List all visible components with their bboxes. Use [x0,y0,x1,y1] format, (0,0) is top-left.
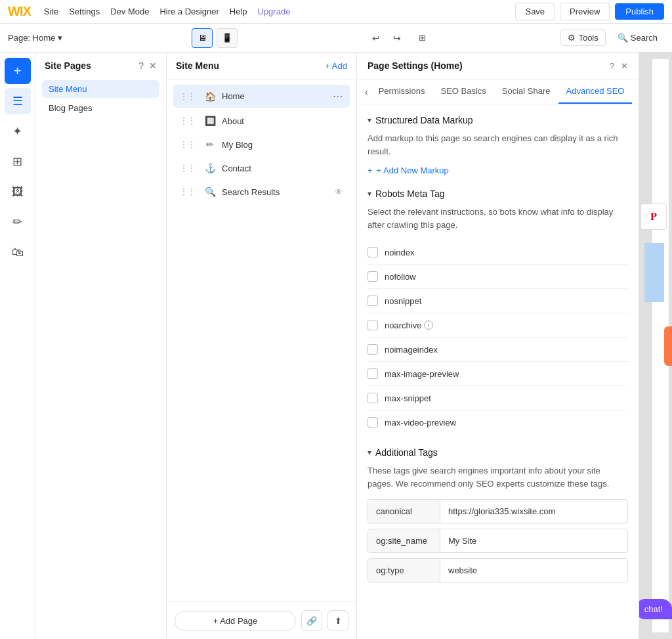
desktop-icon: 🖥 [198,33,207,43]
tab-seo-basics[interactable]: SEO Basics [432,79,494,104]
publish-button[interactable]: Publish [615,3,664,20]
tag-value-og-type[interactable]: website [440,559,627,582]
add-page-link[interactable]: + Add [325,61,347,71]
settings-panel: Page Settings (Home) ? ✕ ‹ Permissions S… [357,53,639,639]
home-icon: 🏠 [203,91,217,102]
noarchive-info-icon[interactable]: i [424,320,433,330]
redo-button[interactable]: ↪ [388,29,406,47]
settings-help-icon[interactable]: ? [610,61,614,71]
nav-upgrade[interactable]: Upgrade [258,7,291,16]
site-menu-title: Site Menu [176,60,219,71]
undo-button[interactable]: ↩ [367,29,385,47]
menu-item-contact[interactable]: ⋮⋮ ⚓ Contact [173,158,350,179]
collapse-icon[interactable]: ▾ [368,116,371,125]
site-menu-footer: + Add Page 🔗 ⬆ [167,602,356,639]
tag-row-og-site-name: og:site_name My Site [368,529,628,553]
menu-item-home[interactable]: ⋮⋮ 🏠 Home ⋯ [173,85,350,108]
max-image-preview-checkbox[interactable] [368,368,378,379]
nav-help[interactable]: Help [230,7,247,16]
menu-item-home-label: Home [222,91,327,101]
settings-content: ▾ Structured Data Markup Add markup to t… [357,104,639,639]
mobile-view-button[interactable]: 📱 [217,28,238,48]
pages-nav-site-menu[interactable]: Site Menu [42,80,159,98]
checkbox-noarchive: noarchive i [368,313,628,338]
robots-meta-desc: Select the relevant instructions, so bot… [368,206,628,231]
max-snippet-checkbox[interactable] [368,393,378,403]
nav-hire[interactable]: Hire a Designer [159,7,219,16]
nofollow-checkbox[interactable] [368,271,378,282]
checkbox-max-snippet: max-snippet [368,386,628,410]
menu-item-search-label: Search Results [222,187,329,197]
pages-icon: ☰ [12,94,23,108]
menu-item-myblog[interactable]: ⋮⋮ ✏ My Blog [173,134,350,155]
search-button[interactable]: 🔍 Search [611,30,664,45]
resize-handle[interactable] [664,326,672,366]
preview-button[interactable]: Preview [560,3,610,20]
blog-icon: ✏ [203,139,217,150]
social-widget[interactable]: 𝐏 [640,204,667,230]
nav-settings[interactable]: Settings [69,7,100,16]
noimageindex-checkbox[interactable] [368,344,378,355]
drag-handle-icon: ⋮⋮ [180,92,196,101]
max-video-preview-checkbox[interactable] [368,417,378,428]
footer-upload-button[interactable]: ⬆ [327,610,348,631]
nav-devmode[interactable]: Dev Mode [110,7,149,16]
noarchive-checkbox[interactable] [368,320,378,330]
search-results-icon: 🔍 [203,187,217,197]
pages-help-icon[interactable]: ? [138,60,144,71]
nosnippet-checkbox[interactable] [368,296,378,306]
menu-item-contact-label: Contact [222,164,343,173]
additional-tags-title: Additional Tags [375,447,438,458]
additional-tags-desc: These tags give search engines important… [368,464,628,490]
add-page-button[interactable]: + Add Page [175,611,296,631]
collapse-icon[interactable]: ▾ [368,448,371,457]
more-options-icon[interactable]: ⋯ [333,90,343,102]
tag-value-canonical[interactable]: https://gloria335.wixsite.com [440,500,627,523]
tag-value-og-site-name[interactable]: My Site [440,529,627,552]
settings-header: Page Settings (Home) ? ✕ [357,53,639,79]
sidebar-item-design[interactable]: ✦ [5,118,31,144]
sidebar-item-pages[interactable]: ☰ [5,88,31,114]
desktop-view-button[interactable]: 🖥 [192,28,213,48]
page-selector[interactable]: Page: Home ▾ [8,33,62,43]
pages-close-icon[interactable]: ✕ [149,60,157,71]
sidebar-item-apps[interactable]: ⊞ [5,148,31,175]
menu-item-about[interactable]: ⋮⋮ 🔲 About [173,110,350,131]
add-markup-label: + Add New Markup [377,165,449,175]
nav-site[interactable]: Site [44,7,58,16]
visibility-icon[interactable]: 👁 [335,187,343,197]
main-area: + ☰ ✦ ⊞ 🖼 ✏ 🛍 Site Pages ? ✕ Site M [0,53,672,639]
wix-logo: WIX [8,4,31,19]
nosnippet-label: nosnippet [385,296,421,306]
menu-item-search-results[interactable]: ⋮⋮ 🔍 Search Results 👁 [173,181,350,202]
pages-nav-blog-pages[interactable]: Blog Pages [42,99,159,117]
save-button[interactable]: Save [515,3,555,20]
noarchive-label: noarchive i [385,320,433,330]
tabs-prev-button[interactable]: ‹ [362,84,371,100]
sidebar-item-media[interactable]: 🖼 [5,179,31,205]
tab-social-share[interactable]: Social Share [494,79,558,104]
sidebar-item-blog[interactable]: ✏ [5,209,31,235]
tag-key-og-site-name: og:site_name [368,529,440,552]
additional-tags-header: ▾ Additional Tags [368,447,628,458]
chat-widget[interactable]: chat! [639,599,672,619]
sidebar-item-add[interactable]: + [5,58,31,84]
drag-handle-icon: ⋮⋮ [180,140,196,149]
tab-advanced-seo[interactable]: Advanced SEO [558,79,633,104]
tools-button[interactable]: ⚙ Tools [560,30,605,46]
tab-permissions[interactable]: Permissions [371,79,433,104]
sidebar-item-store[interactable]: 🛍 [5,239,31,265]
checkbox-max-image-preview: max-image-preview [368,362,628,386]
noindex-checkbox[interactable] [368,247,378,257]
multistate-button[interactable]: ⊞ [413,29,431,47]
settings-close-icon[interactable]: ✕ [621,61,628,71]
nofollow-label: nofollow [385,272,416,282]
contact-icon: ⚓ [203,163,217,173]
pinterest-icon: 𝐏 [650,211,657,223]
icon-sidebar: + ☰ ✦ ⊞ 🖼 ✏ 🛍 [0,53,35,639]
page-label: Page: Home [8,33,55,43]
add-markup-button[interactable]: + + Add New Markup [368,165,628,175]
footer-link-button[interactable]: 🔗 [301,610,322,631]
tabs-row: ‹ Permissions SEO Basics Social Share Ad… [357,79,639,104]
collapse-icon[interactable]: ▾ [368,189,371,198]
